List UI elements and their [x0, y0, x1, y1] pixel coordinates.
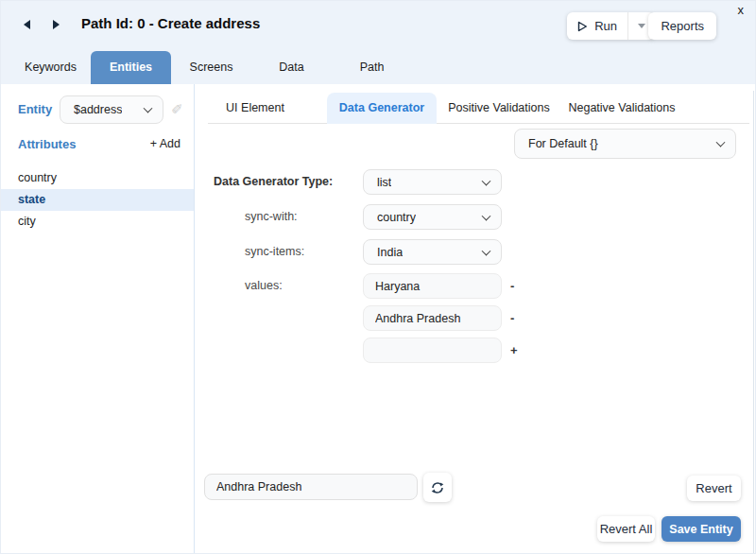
play-icon	[577, 21, 588, 32]
header: x Path Id: 0 - Create address Run Report…	[1, 1, 756, 84]
entity-select-value: $address	[74, 96, 122, 123]
sync-with-label: sync-with:	[245, 204, 298, 230]
tab-path[interactable]: Path	[332, 51, 412, 84]
chevron-down-icon	[482, 211, 491, 220]
sync-with-value: country	[377, 205, 416, 229]
main-tab-bar: Keywords Entities Screens Data Path	[1, 51, 756, 84]
add-value-button[interactable]: +	[510, 338, 524, 363]
sync-with-select[interactable]: country	[363, 204, 502, 230]
subtab-positive-validations[interactable]: Positive Validations	[446, 93, 552, 124]
chevron-down-icon	[716, 138, 726, 147]
subtab-negative-validations[interactable]: Negative Validations	[563, 93, 680, 124]
sidebar: Entity $address ✎ Attributes + Add count…	[1, 84, 195, 554]
scope-select[interactable]: For Default {}	[514, 129, 736, 159]
attribute-item-state[interactable]: state	[1, 189, 194, 211]
generator-type-label: Data Generator Type:	[214, 169, 333, 195]
run-button-group: Run	[567, 12, 655, 40]
chevron-down-icon	[482, 246, 491, 255]
subtab-data-generator[interactable]: Data Generator	[327, 93, 437, 124]
chevron-down-icon	[638, 24, 645, 28]
page-title: Path Id: 0 - Create address	[81, 15, 260, 31]
forward-arrow-icon[interactable]	[53, 20, 60, 29]
chevron-down-icon	[144, 104, 153, 113]
revert-button[interactable]: Revert	[687, 476, 741, 501]
tab-data[interactable]: Data	[251, 51, 332, 84]
run-button[interactable]: Run	[567, 12, 627, 40]
value-input-2[interactable]	[363, 305, 502, 331]
attributes-header: Attributes + Add	[1, 137, 195, 158]
refresh-icon	[430, 480, 445, 495]
revert-all-button[interactable]: Revert All	[597, 516, 655, 542]
values-label: values:	[245, 273, 283, 299]
attribute-list: country state city	[1, 167, 194, 233]
scope-select-value: For Default {}	[528, 130, 598, 158]
remove-value-button[interactable]: -	[510, 305, 524, 331]
back-arrow-icon[interactable]	[24, 20, 30, 29]
regenerate-button[interactable]	[423, 473, 452, 502]
subtab-ui-element[interactable]: UI Element	[208, 93, 302, 124]
chevron-down-icon	[482, 176, 491, 185]
path-editor-window: x Path Id: 0 - Create address Run Report…	[0, 0, 756, 554]
sync-items-value: India	[377, 240, 403, 264]
panel-right-border	[753, 91, 754, 554]
tab-screens[interactable]: Screens	[171, 51, 251, 84]
subtab-bar: UI Element Data Generator Positive Valid…	[208, 93, 749, 124]
sync-items-select[interactable]: India	[363, 239, 502, 265]
reports-button[interactable]: Reports	[648, 12, 716, 40]
entity-select[interactable]: $address	[60, 95, 163, 124]
value-input-1[interactable]	[363, 273, 502, 299]
generated-value-preview-input[interactable]	[204, 474, 418, 500]
save-entity-button[interactable]: Save Entity	[662, 516, 741, 542]
remove-value-button[interactable]: -	[510, 273, 524, 299]
attributes-title: Attributes	[18, 137, 76, 151]
attribute-item-city[interactable]: city	[1, 211, 194, 233]
tab-keywords[interactable]: Keywords	[10, 51, 91, 84]
main-panel: UI Element Data Generator Positive Valid…	[195, 84, 756, 554]
run-button-label: Run	[594, 19, 617, 33]
edit-entity-pencil-icon[interactable]: ✎	[171, 99, 183, 116]
tab-entities[interactable]: Entities	[91, 51, 171, 84]
attribute-item-country[interactable]: country	[1, 167, 194, 189]
generator-type-value: list	[377, 170, 391, 194]
close-icon[interactable]: x	[738, 3, 745, 17]
entity-label: Entity	[18, 95, 52, 124]
generator-type-select[interactable]: list	[363, 169, 502, 195]
value-input-3[interactable]	[363, 338, 502, 363]
sync-items-label: sync-items:	[245, 239, 304, 265]
add-attribute-button[interactable]: + Add	[150, 137, 180, 150]
